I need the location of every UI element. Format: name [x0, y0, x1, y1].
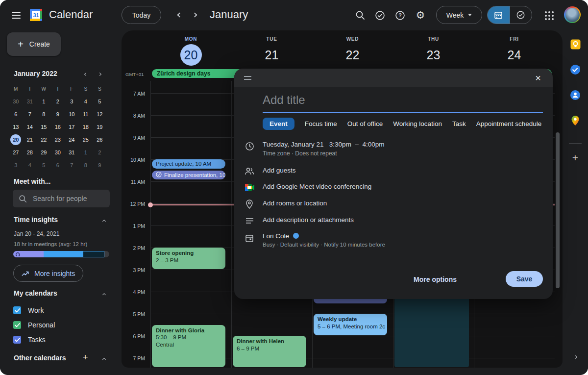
calendar-event[interactable]: Weekly update5 – 6 PM, Meeting room 2c: [314, 314, 387, 335]
mini-calendar-day[interactable]: 11: [79, 108, 93, 121]
add-guests-row[interactable]: Add guests: [263, 167, 296, 174]
mini-calendar-day[interactable]: 28: [23, 146, 37, 159]
mini-calendar-day[interactable]: 30: [51, 146, 65, 159]
day-header[interactable]: TUE21: [252, 36, 292, 66]
day-header[interactable]: THU23: [414, 36, 453, 66]
mini-calendar-day[interactable]: 17: [65, 121, 79, 133]
close-icon[interactable]: ×: [532, 72, 544, 84]
main-menu-icon[interactable]: [10, 9, 23, 21]
mini-calendar-day[interactable]: 6: [9, 108, 23, 121]
get-addons-icon[interactable]: +: [569, 152, 581, 164]
user-avatar[interactable]: [564, 6, 581, 23]
calendar-event[interactable]: Finalize presentation, 10:3: [152, 171, 225, 180]
mini-calendar-day[interactable]: 3: [9, 159, 23, 172]
tab-event[interactable]: Event: [263, 118, 294, 130]
mini-calendar-day[interactable]: 27: [9, 146, 23, 159]
mini-calendar-day[interactable]: 19: [93, 121, 107, 133]
mini-calendar-day[interactable]: 14: [23, 121, 37, 133]
calendar-event[interactable]: Dinner with Gloria5:30 – 9 PMCentral: [152, 325, 225, 368]
keep-icon[interactable]: [569, 38, 581, 50]
mini-calendar-day[interactable]: 18: [79, 121, 93, 133]
mini-calendar-day[interactable]: 21: [23, 133, 37, 146]
mini-calendar-day[interactable]: 15: [37, 121, 51, 133]
add-other-calendar-icon[interactable]: +: [79, 351, 91, 363]
search-icon[interactable]: [354, 9, 367, 22]
mini-calendar-day[interactable]: 4: [79, 95, 93, 108]
tab-focus-time[interactable]: Focus time: [305, 120, 337, 127]
create-button[interactable]: + Create: [7, 32, 61, 56]
more-options-button[interactable]: More options: [414, 275, 457, 283]
mini-calendar-day[interactable]: 24: [65, 133, 79, 146]
help-icon[interactable]: ?: [393, 9, 406, 22]
mini-calendar-day[interactable]: 8: [37, 108, 51, 121]
tab-working-location[interactable]: Working location: [393, 120, 442, 127]
mini-calendar-day[interactable]: 25: [79, 133, 93, 146]
calendar-logo-icon[interactable]: 31: [29, 8, 43, 24]
google-apps-grid-icon[interactable]: [543, 9, 556, 22]
mini-calendar-day[interactable]: 23: [51, 133, 65, 146]
mini-calendar-day[interactable]: 1: [79, 146, 93, 159]
mini-calendar-day[interactable]: 7: [65, 159, 79, 172]
time-insights-collapse-icon[interactable]: [100, 217, 108, 225]
mini-calendar-prev-icon[interactable]: [81, 70, 90, 78]
day-header[interactable]: WED22: [333, 36, 372, 66]
tab-task[interactable]: Task: [452, 120, 466, 127]
mini-calendar-day[interactable]: 30: [9, 95, 23, 108]
event-title-input[interactable]: Add title: [263, 93, 543, 113]
add-meet-row[interactable]: Add Google Meet video conferencing: [263, 183, 371, 190]
settings-gear-icon[interactable]: ⚙: [414, 9, 427, 22]
mini-calendar-day[interactable]: 7: [23, 108, 37, 121]
calendar-event[interactable]: [394, 296, 469, 367]
day-header[interactable]: FRI24: [495, 36, 534, 66]
calendar-event[interactable]: Store opening2 – 3 PM: [152, 248, 225, 269]
mini-calendar-day[interactable]: 3: [65, 95, 79, 108]
next-period-icon[interactable]: [190, 10, 199, 19]
owner-row[interactable]: Lori Cole: [263, 232, 299, 240]
tasks-view-toggle-button[interactable]: [510, 6, 532, 24]
mini-calendar-day[interactable]: 31: [65, 146, 79, 159]
calendar-event[interactable]: Dinner with Helen6 – 9 PM: [233, 336, 306, 367]
mini-calendar-day[interactable]: 6: [51, 159, 65, 172]
add-description-row[interactable]: Add description or attachments: [263, 216, 354, 224]
mini-calendar-day[interactable]: 26: [93, 133, 107, 146]
mini-calendar-day[interactable]: 22: [37, 133, 51, 146]
hide-side-panel-icon[interactable]: [570, 352, 580, 362]
contacts-icon[interactable]: [569, 89, 581, 101]
calendar-list-item[interactable]: Tasks: [13, 332, 111, 347]
mini-calendar-day[interactable]: 1: [37, 95, 51, 108]
maps-icon[interactable]: [569, 115, 581, 126]
mini-calendar-day[interactable]: 8: [79, 159, 93, 172]
search-people-input[interactable]: Search for people: [13, 190, 110, 207]
other-calendars-collapse-icon[interactable]: [100, 355, 108, 363]
mini-calendar-day[interactable]: 2: [93, 146, 107, 159]
tab-out-of-office[interactable]: Out of office: [347, 120, 383, 127]
check-circle-icon[interactable]: [373, 9, 386, 22]
calendar-checkbox[interactable]: [13, 336, 21, 344]
day-header[interactable]: MON20: [172, 36, 211, 66]
mini-calendar-day[interactable]: 20: [9, 133, 23, 146]
mini-calendar-day[interactable]: 2: [51, 95, 65, 108]
mini-calendar-day[interactable]: 12: [93, 108, 107, 121]
prev-period-icon[interactable]: [175, 10, 184, 19]
save-button[interactable]: Save: [506, 271, 543, 287]
calendar-view-toggle-button[interactable]: [488, 6, 510, 24]
mini-calendar-day[interactable]: 29: [37, 146, 51, 159]
calendar-checkbox[interactable]: [13, 321, 21, 329]
mini-calendar-day[interactable]: 9: [93, 159, 107, 172]
grid-scrollbar[interactable]: [556, 132, 560, 288]
tab-appointment-schedule[interactable]: Appointment schedule: [476, 120, 542, 127]
mini-calendar-day[interactable]: 5: [37, 159, 51, 172]
my-calendars-collapse-icon[interactable]: [100, 291, 108, 299]
mini-calendar-day[interactable]: 10: [65, 108, 79, 121]
mini-calendar-day[interactable]: 31: [23, 95, 37, 108]
today-button[interactable]: Today: [122, 6, 161, 24]
more-insights-button[interactable]: More insights: [13, 265, 83, 282]
mini-calendar-day[interactable]: 9: [51, 108, 65, 121]
view-selector-dropdown[interactable]: Week: [436, 6, 482, 24]
add-location-row[interactable]: Add rooms or location: [263, 200, 327, 207]
tasks-icon[interactable]: [569, 64, 581, 75]
calendar-event[interactable]: Project update, 10 AM: [152, 159, 225, 169]
calendar-list-item[interactable]: Work: [13, 303, 111, 318]
timezone-repeat-row[interactable]: Time zone · Does not repeat: [263, 150, 337, 157]
mini-calendar-next-icon[interactable]: [95, 70, 104, 78]
